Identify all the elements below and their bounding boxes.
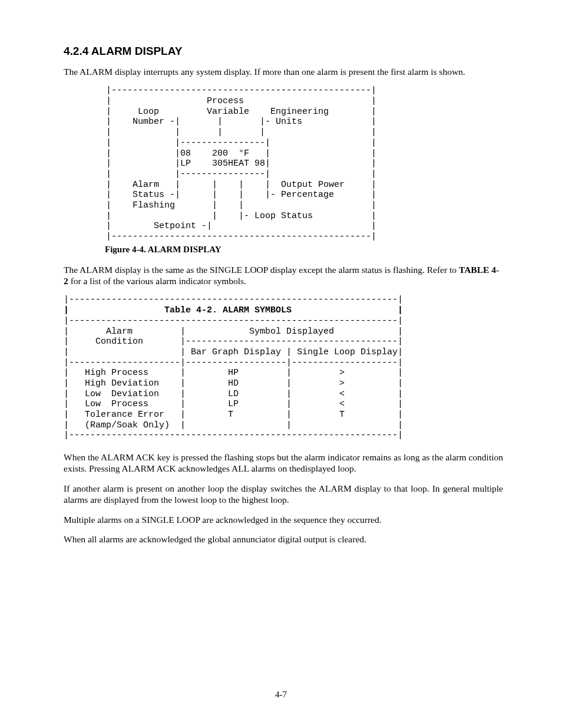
- page: 4.2.4 ALARM DISPLAY The ALARM display in…: [0, 0, 562, 728]
- figure-alarm-display: |---------------------------------------…: [64, 85, 503, 242]
- figure-caption: Figure 4-4. ALARM DISPLAY: [105, 245, 503, 255]
- intro-paragraph: The ALARM display interrupts any system …: [64, 66, 503, 77]
- paragraph-3: When the ALARM ACK key is pressed the fl…: [64, 452, 503, 475]
- section-heading: 4.2.4 ALARM DISPLAY: [64, 45, 503, 58]
- paragraph-2: The ALARM display is the same as the SIN…: [64, 264, 503, 287]
- page-number: 4-7: [0, 690, 562, 700]
- paragraph-5: Multiple alarms on a SINGLE LOOP are ack…: [64, 514, 503, 525]
- table-alarm-symbols: |---------------------------------------…: [64, 295, 503, 441]
- paragraph-6: When all alarms are acknowledged the glo…: [64, 533, 503, 545]
- paragraph-4: If another alarm is present on another l…: [64, 483, 503, 506]
